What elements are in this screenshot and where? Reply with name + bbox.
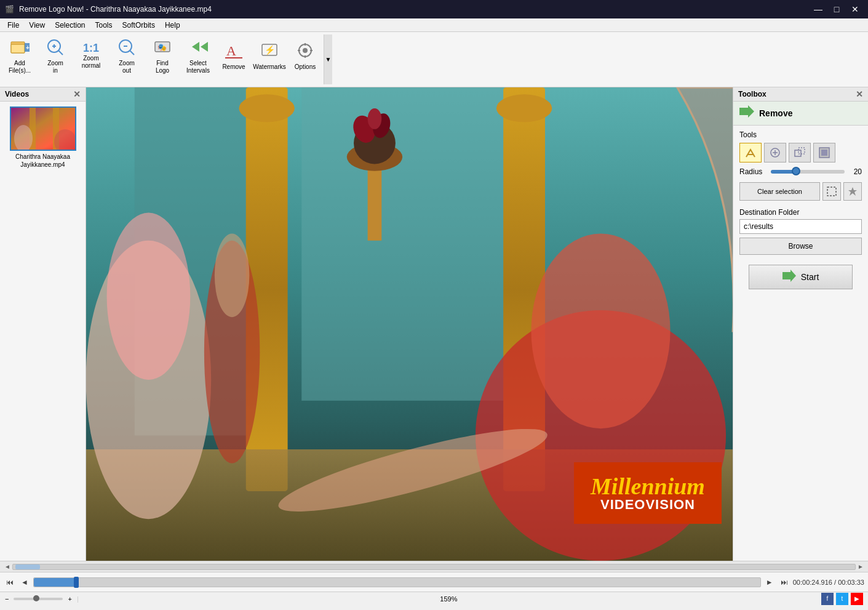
svg-rect-1 xyxy=(11,44,25,53)
options-icon xyxy=(295,42,315,62)
zoom-out-label: Zoomout xyxy=(119,60,135,74)
zoom-level-display: 159% xyxy=(440,595,457,603)
svg-rect-60 xyxy=(827,187,836,196)
status-zoom-icon-minus[interactable]: − xyxy=(5,595,9,603)
watermarks-button[interactable]: ⚡ Watermarks xyxy=(252,34,287,78)
window-title: Remove Logo Now! - Charithra Naayakaa Ja… xyxy=(19,5,805,14)
tools-row xyxy=(739,143,862,163)
find-logo-icon: 🎭 xyxy=(153,38,172,58)
select-intervals-button[interactable]: SelectIntervals xyxy=(181,34,215,78)
destination-input[interactable] xyxy=(739,219,862,234)
heal-tool-button[interactable] xyxy=(764,143,786,163)
prev-frame-button[interactable]: ◄ xyxy=(18,577,31,588)
time-display: 00:00:24.916 / 00:03:33 xyxy=(793,579,864,586)
browse-button[interactable]: Browse xyxy=(739,238,862,255)
select-rect-button[interactable] xyxy=(822,182,841,201)
start-label: Start xyxy=(801,272,819,282)
svg-text:⚡: ⚡ xyxy=(265,45,276,55)
close-button[interactable]: ✕ xyxy=(847,3,863,15)
watermarks-icon: ⚡ xyxy=(260,42,279,62)
radius-slider[interactable] xyxy=(771,170,845,174)
social-icons: f t ▶ xyxy=(821,593,863,605)
radius-label: Radius xyxy=(739,167,766,176)
brush-tool-button[interactable] xyxy=(739,143,762,163)
add-files-button[interactable]: + AddFile(s)... xyxy=(2,34,37,78)
remove-button[interactable]: A Remove xyxy=(217,34,251,78)
sidebar-title: Videos xyxy=(5,90,29,98)
selection-row: Clear selection xyxy=(739,182,862,201)
zoom-slider[interactable] xyxy=(14,598,63,600)
minimize-button[interactable]: — xyxy=(810,3,826,15)
scroll-left-arrow[interactable]: ◄ xyxy=(2,563,12,570)
start-button[interactable]: Start xyxy=(749,265,853,289)
status-bar: − + | 159% f t ▶ xyxy=(0,592,868,605)
destination-label: Destination Folder xyxy=(739,208,862,217)
select-magic-button[interactable] xyxy=(843,182,862,201)
remove-label: Remove xyxy=(222,63,245,71)
scroll-track[interactable] xyxy=(12,564,856,570)
svg-point-43 xyxy=(531,233,670,428)
menu-tools[interactable]: Tools xyxy=(90,20,117,31)
svg-point-28 xyxy=(14,125,33,151)
clear-selection-button[interactable]: Clear selection xyxy=(739,182,820,201)
zoom-normal-button[interactable]: 1:1 Zoomnormal xyxy=(74,34,108,78)
menu-view[interactable]: View xyxy=(24,20,50,31)
app-icon: 🎬 xyxy=(5,5,14,14)
toolbar: + AddFile(s)... Zoomin 1:1 Zoomnormal xyxy=(0,32,868,87)
remove-arrow-icon xyxy=(739,105,754,121)
timeline-thumb xyxy=(74,577,79,588)
remove-icon: A xyxy=(224,42,244,62)
select-intervals-label: SelectIntervals xyxy=(186,60,210,74)
timeline-progress xyxy=(34,578,78,587)
next-frame-button[interactable]: ► xyxy=(763,577,776,588)
tools-section-label: Tools xyxy=(739,130,862,139)
select-intervals-icon xyxy=(188,38,208,58)
toolbox-header: Toolbox ✕ xyxy=(733,87,868,102)
video-thumbnail[interactable]: Charithra Naayakaa Jayikkanee.mp4 xyxy=(9,106,77,169)
toolbox-close-button[interactable]: ✕ xyxy=(856,89,863,99)
sidebar-close-button[interactable]: ✕ xyxy=(73,89,81,99)
add-files-icon: + xyxy=(10,38,30,58)
zoom-out-button[interactable]: Zoomout xyxy=(109,34,144,78)
skip-end-button[interactable]: ⏭ xyxy=(778,577,790,588)
zoom-normal-label: Zoomnormal xyxy=(82,55,101,70)
scroll-right-arrow[interactable]: ► xyxy=(856,563,866,570)
time-total: 00:03:33 xyxy=(838,579,864,586)
find-logo-button[interactable]: 🎭 FindLogo xyxy=(145,34,180,78)
toolbar-expand[interactable]: ▼ xyxy=(324,34,332,84)
svg-rect-59 xyxy=(821,150,827,156)
zoom-in-icon xyxy=(46,38,65,58)
menu-softorbits[interactable]: SoftOrbits xyxy=(117,20,160,31)
status-zoom-icon-plus[interactable]: + xyxy=(68,595,71,603)
zoom-slider-thumb xyxy=(33,595,39,601)
sidebar-header: Videos ✕ xyxy=(0,87,86,102)
options-label: Options xyxy=(295,63,316,71)
options-button[interactable]: Options xyxy=(288,34,322,78)
scroll-thumb xyxy=(15,564,40,569)
svg-rect-57 xyxy=(798,148,805,154)
svg-point-20 xyxy=(303,48,308,53)
timeline-bar[interactable] xyxy=(33,577,761,587)
zoom-in-button[interactable]: Zoomin xyxy=(38,34,73,78)
zoom-normal-icon: 1:1 xyxy=(83,42,99,54)
menu-help[interactable]: Help xyxy=(160,20,185,31)
radius-value: 20 xyxy=(850,167,862,176)
svg-point-41 xyxy=(215,233,250,317)
svg-line-7 xyxy=(58,50,63,55)
youtube-icon[interactable]: ▶ xyxy=(851,593,863,605)
svg-marker-14 xyxy=(201,42,208,52)
title-bar: 🎬 Remove Logo Now! - Charithra Naayakaa … xyxy=(0,0,868,18)
skip-start-button[interactable]: ⏮ xyxy=(4,577,16,588)
video-area[interactable]: Millennium VIDEOVISION xyxy=(86,87,733,561)
watermark-text-2: VIDEOVISION xyxy=(600,498,695,512)
fill-tool-button[interactable] xyxy=(813,143,835,163)
svg-line-10 xyxy=(130,50,134,55)
svg-marker-13 xyxy=(192,42,199,52)
menu-selection[interactable]: Selection xyxy=(50,20,90,31)
menu-file[interactable]: File xyxy=(2,20,24,31)
clone-tool-button[interactable] xyxy=(789,143,811,163)
maximize-button[interactable]: □ xyxy=(829,3,845,15)
start-arrow-icon xyxy=(782,270,796,285)
twitter-icon[interactable]: t xyxy=(836,593,848,605)
facebook-icon[interactable]: f xyxy=(821,593,834,605)
